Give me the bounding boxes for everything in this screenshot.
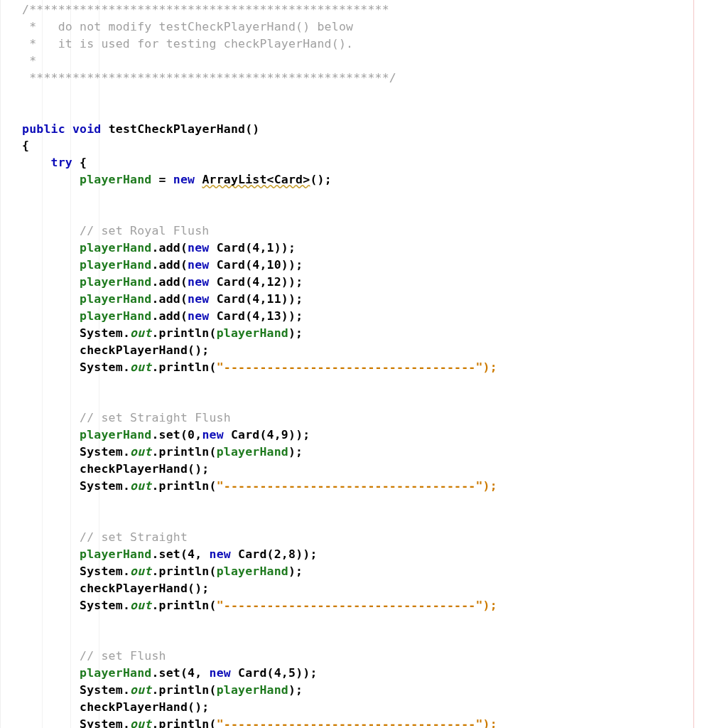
method-name: testCheckPlayerHand xyxy=(109,122,246,136)
line-comment: // set Straight xyxy=(80,530,188,544)
keyword-void: void xyxy=(72,122,102,136)
field-out: out xyxy=(130,326,151,340)
string-literal: " xyxy=(217,360,224,374)
method-call: checkPlayerHand(); xyxy=(80,343,209,357)
code-editor: /***************************************… xyxy=(0,0,714,728)
line-comment: // set Flush xyxy=(80,649,166,663)
type-reference: ArrayList<Card> xyxy=(202,173,310,186)
block-comment: /***************************************… xyxy=(22,3,389,16)
keyword-try: try xyxy=(51,156,72,169)
block-comment: ****************************************… xyxy=(22,71,396,85)
block-comment: * it is used for testing checkPlayerHand… xyxy=(22,37,353,50)
identifier: playerHand xyxy=(80,173,151,186)
block-comment: * do not modify testCheckPlayerHand() be… xyxy=(22,20,353,33)
keyword-public: public xyxy=(22,122,65,136)
line-comment: // set Royal Flush xyxy=(80,224,209,237)
line-comment: // set Straight Flush xyxy=(80,411,231,424)
block-comment: * xyxy=(22,54,36,68)
code-block: /***************************************… xyxy=(22,1,714,728)
